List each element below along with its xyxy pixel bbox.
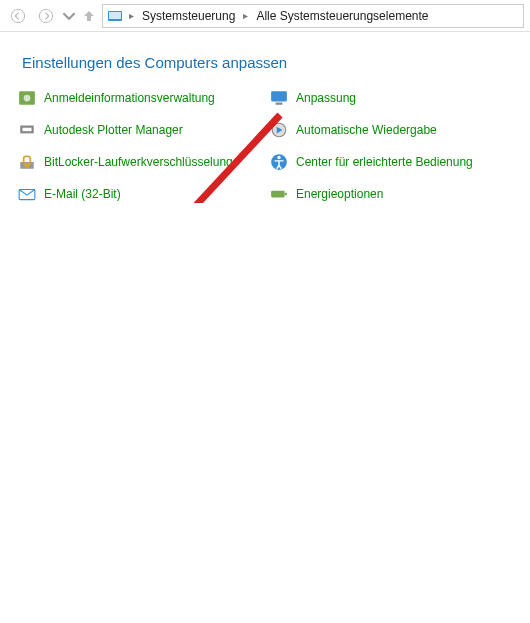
chevron-right-icon: ▸ — [241, 10, 250, 21]
cp-item-autodesk-plotter[interactable]: Autodesk Plotter Manager — [18, 121, 260, 139]
svg-rect-17 — [271, 191, 285, 198]
accessibility-icon — [270, 153, 288, 171]
arrow-left-icon — [10, 8, 26, 24]
cp-item-ease-of-access[interactable]: Center für erleichterte Bedienung — [270, 153, 512, 171]
cp-item-power[interactable]: Energieoptionen — [270, 185, 512, 203]
cp-item-label: Center für erleichterte Bedienung — [296, 155, 473, 169]
breadcrumb[interactable]: ▸ Systemsteuerung ▸ Alle Systemsteuerung… — [102, 4, 524, 28]
toolbar: ▸ Systemsteuerung ▸ Alle Systemsteuerung… — [0, 0, 530, 32]
monitor-icon — [270, 89, 288, 107]
forward-button[interactable] — [34, 4, 58, 28]
cp-item-autoplay[interactable]: Automatische Wiedergabe — [270, 121, 512, 139]
svg-rect-9 — [23, 128, 32, 131]
chevron-right-icon: ▸ — [127, 10, 136, 21]
plotter-icon — [18, 121, 36, 139]
up-button[interactable] — [80, 4, 98, 28]
mail-icon — [18, 185, 36, 203]
svg-point-0 — [11, 9, 24, 22]
page-title: Einstellungen des Computers anpassen — [0, 32, 530, 89]
arrow-up-icon — [81, 8, 97, 24]
svg-rect-6 — [271, 91, 287, 101]
cp-item-label: Anpassung — [296, 91, 356, 105]
control-panel-icon — [107, 8, 123, 24]
disc-play-icon — [270, 121, 288, 139]
back-button[interactable] — [6, 4, 30, 28]
cp-item-label: Anmeldeinformationsverwaltung — [44, 91, 215, 105]
lock-drive-icon — [18, 153, 36, 171]
safe-icon — [18, 89, 36, 107]
cp-item-label: E-Mail (32-Bit) — [44, 187, 121, 201]
cp-item-label: Autodesk Plotter Manager — [44, 123, 183, 137]
cp-item-label: BitLocker-Laufwerkverschlüsselung — [44, 155, 233, 169]
cp-item-email[interactable]: E-Mail (32-Bit) — [18, 185, 260, 203]
control-panel-grid: Anmeldeinformationsverwaltung Anpassung … — [0, 89, 530, 203]
svg-rect-18 — [285, 193, 287, 195]
cp-item-bitlocker[interactable]: BitLocker-Laufwerkverschlüsselung — [18, 153, 260, 171]
arrow-right-icon — [38, 8, 54, 24]
svg-rect-3 — [109, 12, 121, 19]
svg-point-5 — [24, 95, 31, 102]
cp-item-label: Automatische Wiedergabe — [296, 123, 437, 137]
breadcrumb-segment[interactable]: Systemsteuerung — [140, 9, 237, 23]
recent-dropdown[interactable] — [62, 4, 76, 28]
svg-point-1 — [39, 9, 52, 22]
breadcrumb-segment[interactable]: Alle Systemsteuerungselemente — [254, 9, 430, 23]
svg-point-15 — [277, 156, 280, 159]
svg-rect-13 — [25, 163, 30, 168]
cp-item-label: Energieoptionen — [296, 187, 383, 201]
cp-item-personalization[interactable]: Anpassung — [270, 89, 512, 107]
cp-item-credentials[interactable]: Anmeldeinformationsverwaltung — [18, 89, 260, 107]
battery-icon — [270, 185, 288, 203]
svg-rect-7 — [276, 103, 283, 105]
chevron-down-icon — [62, 8, 76, 24]
